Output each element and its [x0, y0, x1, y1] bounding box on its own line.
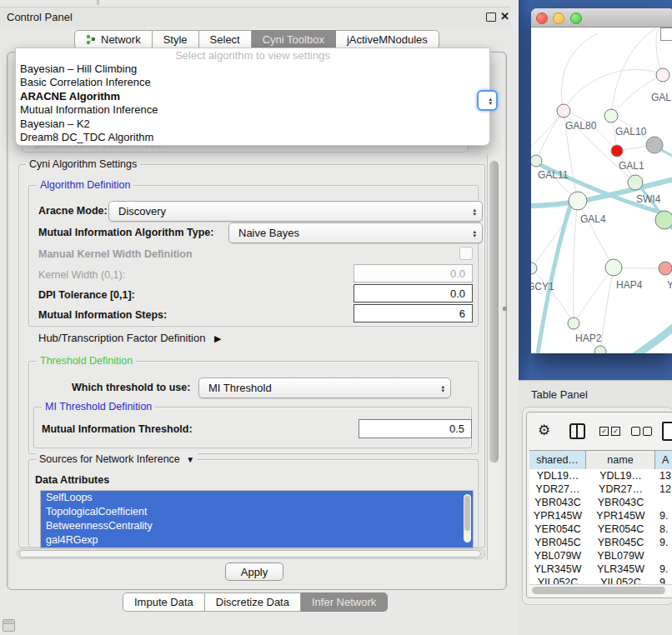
deselect-all-icon[interactable] [631, 427, 652, 436]
page-icon[interactable] [662, 422, 672, 441]
list-item-selfloops[interactable]: SelfLoops [41, 491, 473, 505]
network-canvas[interactable]: GAL80 GAL10 GAL1 GAL11 SWI4 GAL4 GCY1 HA… [531, 27, 672, 353]
node-label-gcy1: GCY1 [531, 281, 554, 292]
table-row[interactable]: YER054C YER054C 8. [529, 522, 672, 536]
select-all-icon[interactable]: ✓ ✓ [599, 427, 620, 436]
table-row[interactable]: YLR345W YLR345W 9. [529, 562, 672, 576]
tab-infer-network[interactable]: Infer Network [301, 592, 388, 612]
table-row[interactable]: YDL19… YDL19… 13 [529, 469, 672, 482]
tab-cyni-toolbox[interactable]: Cyni Toolbox [252, 30, 336, 49]
control-panel-titlebar: Control Panel ✕ [0, 7, 510, 27]
list-item-topologicalcoefficient[interactable]: TopologicalCoefficient [41, 505, 473, 519]
node-gray[interactable] [646, 137, 663, 153]
sources-title: Sources for Network Inference [39, 453, 180, 465]
node-swi4[interactable] [628, 175, 643, 190]
cyni-algorithm-settings-title: Cyni Algorithm Settings [26, 158, 140, 170]
column-header-partial[interactable]: A [655, 451, 672, 469]
hub-factor-expander-label: Hub/Transcription Factor Definition [38, 332, 205, 344]
node-label-gal80: GAL80 [565, 120, 597, 132]
mi-steps-label: Mutual Information Steps: [38, 309, 167, 321]
kernel-width-input[interactable]: 0.0 [354, 264, 473, 282]
algorithm-item-aracne[interactable]: ARACNE Algorithm [16, 90, 489, 103]
sources-title-row[interactable]: Sources for Network Inference ▼ [36, 453, 198, 465]
network-node-labels: GAL80 GAL10 GAL1 GAL11 SWI4 GAL4 GCY1 HA… [531, 92, 672, 344]
node-label-hap2: HAP2 [575, 332, 602, 344]
tab-select[interactable]: Select [199, 30, 252, 49]
tab-jactivemnodules[interactable]: jActiveMNodules [336, 30, 439, 49]
hub-factor-expander[interactable]: Hub/Transcription Factor Definition ▶ [38, 332, 221, 344]
node-hap2[interactable] [568, 318, 579, 329]
node-bottom[interactable] [594, 346, 606, 353]
node-gal11[interactable] [531, 155, 542, 167]
table-row[interactable]: YDR27… YDR27… 12 [529, 482, 672, 496]
tab-style[interactable]: Style [153, 30, 199, 49]
stepper-arrows-icon: ▴▾ [473, 208, 476, 216]
kernel-width-label: Kernel Width (0,1): [38, 269, 125, 281]
table-row[interactable]: YBR043C YBR043C [529, 496, 672, 509]
node-gal1[interactable] [611, 145, 623, 157]
cyni-bottom-tabs: Impute Data Discretize Data Infer Networ… [123, 592, 388, 612]
network-desktop: GAL80 GAL10 GAL1 GAL11 SWI4 GAL4 GCY1 HA… [519, 0, 672, 380]
table-toolbar: ⚙ ✓ ✓ [527, 412, 672, 449]
close-panel-icon[interactable]: ✕ [500, 10, 509, 22]
node-gcy1[interactable] [531, 262, 537, 274]
node-gal4[interactable] [569, 192, 587, 210]
list-item-gal4rgexp[interactable]: gal4RGexp [41, 533, 473, 548]
algorithm-item-dream8[interactable]: Dream8 DC_TDC Algorithm [16, 131, 489, 144]
node-gal80[interactable] [557, 104, 570, 118]
toolbar-edge-mark [97, 0, 99, 5]
column-header-shared-name[interactable]: shared… [529, 451, 586, 469]
control-panel-tabs: Network Style Select Cyni Toolbox jActiv… [74, 30, 439, 49]
list-vertical-scrollbar[interactable] [464, 494, 471, 542]
table-row[interactable]: YBR045C YBR045C 9. [529, 536, 672, 549]
node-label-gal11: GAL11 [538, 169, 569, 181]
algorithm-item-bayesian-hill-climbing[interactable]: Bayesian – Hill Climbing [16, 62, 489, 76]
node-salmon[interactable] [659, 262, 672, 275]
node-pink-top[interactable] [656, 68, 669, 82]
manual-kernel-width-label: Manual Kernel Width Definition [38, 248, 193, 260]
dpi-tolerance-input[interactable]: 0.0 [354, 284, 473, 302]
tab-discretize-data[interactable]: Discretize Data [205, 592, 301, 612]
algorithm-combobox-arrow-button[interactable]: ▴▾ [477, 90, 498, 111]
which-threshold-combobox[interactable]: MI Threshold ▴▾ [198, 378, 451, 398]
table-row[interactable]: YIL052C YIL052C 9. [529, 576, 672, 584]
algorithm-item-basic-correlation[interactable]: Basic Correlation Inference [16, 76, 489, 89]
data-attributes-list: SelfLoops TopologicalCoefficient Between… [40, 490, 474, 548]
node-gal10[interactable] [604, 109, 618, 122]
algorithm-item-bayesian-k2[interactable]: Bayesian – K2 [16, 118, 489, 131]
column-header-name[interactable]: name [586, 451, 655, 469]
apply-button[interactable]: Apply [225, 562, 283, 581]
traffic-light-minimize-button[interactable] [553, 12, 564, 24]
network-window-titlebar[interactable] [531, 8, 672, 28]
mi-algorithm-type-combobox[interactable]: Naive Bayes ▴▾ [228, 222, 483, 243]
control-panel-title: Control Panel [7, 11, 73, 23]
minimized-panel-icon[interactable] [3, 619, 15, 632]
table-window: ⚙ ✓ ✓ shared… name A [526, 412, 672, 598]
mi-threshold-label: Mutual Information Threshold: [42, 423, 193, 435]
table-row[interactable]: YPR145W YPR145W 9. [529, 509, 672, 522]
traffic-light-close-button[interactable] [536, 12, 548, 24]
panel-splitter-handle[interactable] [503, 307, 507, 311]
application-window: Control Panel ✕ Network Style Select [0, 0, 672, 635]
traffic-light-zoom-button[interactable] [570, 12, 582, 24]
float-panel-icon[interactable] [486, 12, 496, 22]
aracne-mode-combobox[interactable]: Discovery ▴▾ [108, 201, 483, 222]
threshold-definition-title: Threshold Definition [37, 355, 136, 367]
node-green-large[interactable] [655, 211, 672, 229]
table-horizontal-scrollbar[interactable] [529, 584, 672, 596]
node-hap4[interactable] [605, 259, 622, 276]
tab-impute-data[interactable]: Impute Data [123, 592, 205, 612]
which-threshold-label: Which threshold to use: [72, 382, 190, 393]
table-panel-section: Table Panel ⚙ ✓ ✓ sha [519, 380, 672, 635]
settings-vertical-scrollbar[interactable] [487, 155, 500, 560]
mi-steps-input[interactable]: 6 [354, 304, 473, 322]
algorithm-item-mutual-information[interactable]: Mutual Information Inference [16, 103, 489, 117]
tab-network[interactable]: Network [74, 30, 153, 49]
mi-threshold-input[interactable]: 0.5 [359, 419, 472, 438]
gear-icon[interactable]: ⚙ [538, 422, 550, 439]
manual-kernel-width-checkbox[interactable] [459, 247, 473, 260]
table-row[interactable]: YBL079W YBL079W [529, 549, 672, 562]
settings-horizontal-scrollbar[interactable] [17, 548, 485, 559]
split-columns-icon[interactable] [569, 423, 585, 439]
list-item-betweennesscentrality[interactable]: BetweennessCentrality [41, 519, 473, 533]
